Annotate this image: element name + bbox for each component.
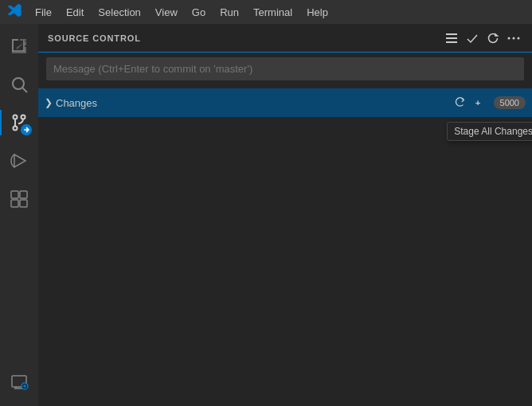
svg-point-7 (22, 115, 25, 119)
svg-rect-13 (11, 200, 18, 207)
menu-edit[interactable]: Edit (60, 5, 90, 20)
activity-bar (0, 24, 38, 406)
svg-rect-1 (12, 41, 14, 52)
svg-rect-2 (12, 50, 25, 52)
svg-marker-10 (14, 154, 25, 167)
svg-point-6 (14, 115, 18, 119)
stage-all-changes-button[interactable]: + (471, 95, 487, 111)
menu-file[interactable]: File (29, 5, 58, 20)
sc-more-button[interactable] (505, 29, 522, 47)
changes-label: Changes (56, 97, 452, 109)
sc-commit-button[interactable] (464, 29, 481, 47)
sc-header-actions (443, 29, 522, 47)
svg-rect-19 (446, 41, 457, 43)
changes-row[interactable]: ❯ Changes + 5000 Stage (38, 88, 532, 117)
svg-text:+: + (475, 98, 480, 107)
svg-point-8 (14, 127, 18, 131)
activity-item-remote[interactable] (0, 361, 38, 400)
menu-selection[interactable]: Selection (92, 5, 147, 20)
svg-point-21 (513, 37, 515, 39)
svg-rect-11 (11, 191, 18, 198)
svg-rect-14 (20, 200, 27, 207)
changes-actions: + 5000 (452, 95, 526, 111)
stage-all-tooltip: Stage All Changes (447, 122, 532, 141)
commit-message-input[interactable] (46, 57, 524, 80)
svg-point-4 (13, 78, 24, 89)
menu-terminal[interactable]: Terminal (247, 5, 299, 20)
commit-message-container (38, 53, 532, 88)
source-control-badge (21, 124, 32, 135)
svg-point-22 (518, 37, 520, 39)
sc-list-view-button[interactable] (443, 29, 460, 47)
svg-rect-18 (446, 37, 457, 39)
activity-item-explorer[interactable] (0, 27, 38, 65)
menu-view[interactable]: View (149, 5, 184, 20)
menu-go[interactable]: Go (186, 5, 212, 20)
activity-item-run-debug[interactable] (0, 142, 38, 180)
vscode-logo (6, 2, 27, 21)
activity-item-extensions[interactable] (0, 180, 38, 218)
svg-rect-17 (446, 33, 457, 35)
menubar: File Edit Selection View Go Run Terminal… (0, 0, 532, 24)
sc-refresh-button[interactable] (484, 29, 502, 47)
empty-area (38, 117, 532, 406)
main-area: SOURCE CONTROL (0, 24, 532, 406)
changes-chevron-icon: ❯ (45, 97, 53, 108)
svg-rect-3 (23, 41, 25, 52)
svg-line-5 (23, 88, 28, 93)
menu-run[interactable]: Run (213, 5, 245, 20)
svg-rect-0 (12, 39, 18, 41)
menu-help[interactable]: Help (300, 5, 334, 20)
svg-rect-12 (20, 191, 27, 198)
discard-all-changes-button[interactable] (452, 95, 468, 111)
activity-item-search[interactable] (0, 65, 38, 103)
svg-point-20 (508, 37, 510, 39)
sc-title: SOURCE CONTROL (48, 33, 141, 43)
changes-count-badge: 5000 (494, 96, 526, 109)
activity-item-source-control[interactable] (0, 103, 38, 142)
side-panel: SOURCE CONTROL (38, 24, 532, 406)
sc-header: SOURCE CONTROL (38, 24, 532, 52)
